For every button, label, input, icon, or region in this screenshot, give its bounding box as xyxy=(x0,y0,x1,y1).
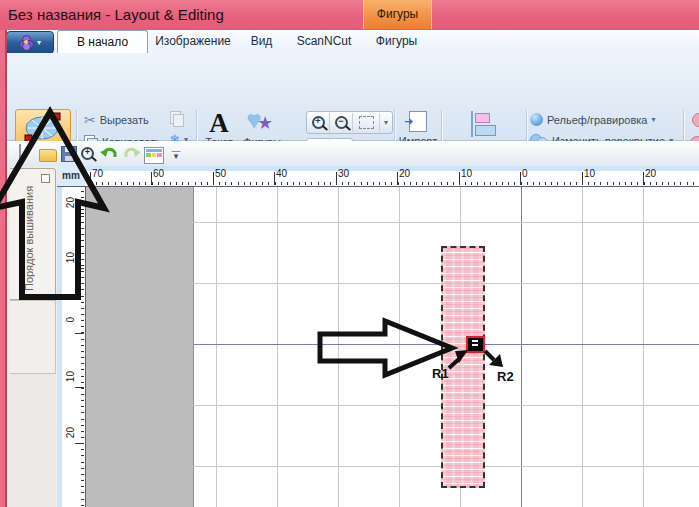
vertical-ruler: 201001020 xyxy=(57,187,86,507)
horizontal-ruler: 7060504030201001020 xyxy=(85,166,699,187)
vertical-ruler-band xyxy=(57,187,62,507)
zoom-out-icon: − xyxy=(335,116,348,129)
ruler-number: 10 xyxy=(65,371,76,382)
design-settings-button[interactable] xyxy=(144,145,162,163)
open-folder-icon xyxy=(39,149,57,162)
open-button[interactable] xyxy=(39,145,57,163)
selection-oval-icon xyxy=(21,112,65,144)
ruler-number: 40 xyxy=(276,168,287,179)
zoom-dropdown[interactable]: ▾ xyxy=(380,113,392,132)
letter-a-icon: A xyxy=(199,110,239,136)
save-button[interactable] xyxy=(61,145,79,163)
arrange-icon xyxy=(469,111,499,137)
ruler-number: 10 xyxy=(584,168,595,179)
horizontal-ruler-band xyxy=(85,166,699,171)
annotation-label-r1: R1 xyxy=(432,366,449,381)
emboss-icon xyxy=(530,113,543,126)
zoom-select-button[interactable] xyxy=(353,113,380,132)
zoom-in-icon: + xyxy=(312,116,325,129)
save-icon xyxy=(61,146,77,162)
zoom-out-button[interactable]: − xyxy=(330,113,353,132)
ruler-number: 20 xyxy=(399,168,410,179)
emboss-button[interactable]: Рельеф/гравировка ▾ xyxy=(530,111,655,128)
pane-tab-empty[interactable] xyxy=(10,300,56,374)
pane-square-icon xyxy=(41,174,50,183)
out-of-design-area xyxy=(86,187,194,507)
duplicate-icon[interactable] xyxy=(170,111,184,125)
ruler-number: 60 xyxy=(153,168,164,179)
sewing-order-tab-label: Порядок вышивания xyxy=(23,183,43,291)
contextual-tab-header[interactable]: Фигуры xyxy=(363,0,432,29)
scissors-icon: ✂ xyxy=(84,113,96,127)
ruler-number: 0 xyxy=(65,317,76,323)
new-document-icon xyxy=(19,144,21,163)
ruler-number: 0 xyxy=(522,168,528,179)
ribbon: Выделить ▾ Выделить ✂ Вырезать Копироват… xyxy=(0,53,699,141)
ruler-number: 30 xyxy=(338,168,349,179)
selected-node-handle[interactable] xyxy=(466,336,485,353)
zoom-button[interactable]: + xyxy=(81,146,99,164)
tab-image[interactable]: Изображение xyxy=(146,30,240,52)
ruler-number: 10 xyxy=(65,252,76,263)
redo-icon xyxy=(123,144,142,161)
pansy-flower-icon xyxy=(19,35,34,50)
magnifier-icon: + xyxy=(81,147,94,160)
title-bar[interactable]: Без названия - Layout & Editing xyxy=(0,0,699,30)
tab-shapes[interactable]: Фигуры xyxy=(365,30,428,52)
ruler-unit-label: mm xyxy=(57,166,85,187)
zoom-toolbox: + − ▾ xyxy=(306,111,393,134)
design-canvas[interactable] xyxy=(86,187,699,507)
zoom-select-icon xyxy=(359,116,374,129)
toolbar-overflow-button[interactable]: —▾ xyxy=(171,149,181,167)
window-title: Без названия - Layout & Editing xyxy=(8,6,224,23)
ruler-number: 20 xyxy=(645,168,656,179)
undo-icon xyxy=(99,144,118,161)
heart-star-icon: ♥★ xyxy=(245,110,279,136)
ruler-number: 20 xyxy=(65,197,76,208)
tab-scanncut[interactable]: ScanNCut xyxy=(283,30,365,52)
new-document-button[interactable] xyxy=(19,145,37,163)
tab-view[interactable]: Вид xyxy=(240,30,283,52)
redo-button[interactable] xyxy=(123,144,141,162)
ruler-number: 70 xyxy=(92,168,103,179)
zoom-in-button[interactable]: + xyxy=(307,113,330,132)
design-settings-icon xyxy=(144,147,164,164)
ruler-number: 50 xyxy=(215,168,226,179)
chevron-down-icon: ▾ xyxy=(384,118,388,127)
tab-home[interactable]: В начало xyxy=(57,30,148,53)
pe-design-window: { "window": { "title": "Без названия - L… xyxy=(0,0,699,507)
ruler-number: 20 xyxy=(65,427,76,438)
annotation-label-r2: R2 xyxy=(497,369,514,384)
chevron-down-icon: ▾ xyxy=(37,38,41,47)
clipped-icon[interactable] xyxy=(692,113,699,127)
sewing-order-pane-tab[interactable]: Порядок вышивания xyxy=(10,168,56,300)
application-menu-button[interactable]: ▾ xyxy=(6,31,54,54)
chevron-down-icon: ▾ xyxy=(651,115,655,124)
undo-button[interactable] xyxy=(99,144,117,162)
cut-button[interactable]: ✂ Вырезать xyxy=(84,111,149,128)
ruler-number: 10 xyxy=(461,168,472,179)
import-icon xyxy=(409,111,427,132)
